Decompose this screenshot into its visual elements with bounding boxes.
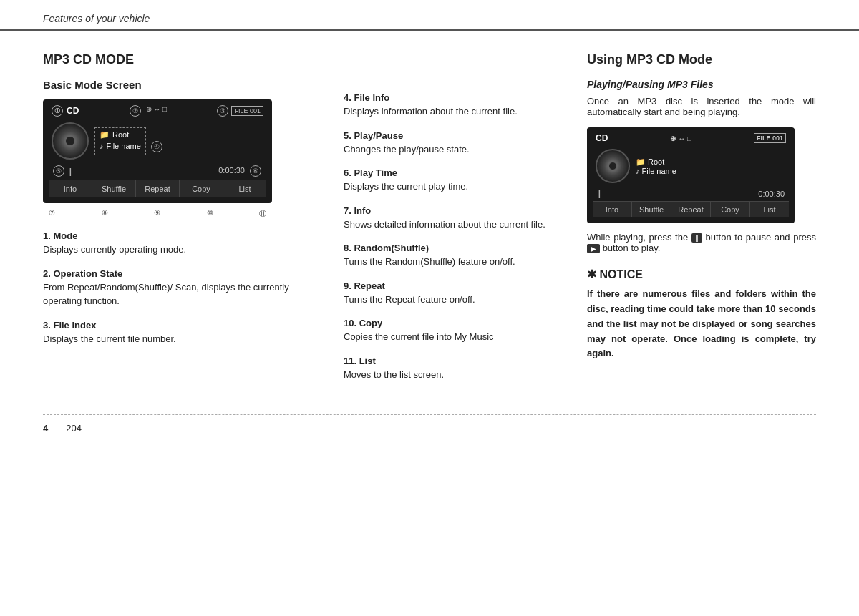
notice-heading: ✱ NOTICE — [587, 268, 816, 281]
time-display: 0:00:30 ⑥ — [218, 165, 262, 177]
desc-9-text: Turns the Repeat feature on/off. — [344, 293, 573, 307]
folder-icon: 📁 — [100, 130, 110, 140]
desc-2-text: From Repeat/Random(Shuffle)/ Scan, displ… — [43, 280, 329, 308]
right-mode-label: CD — [596, 133, 608, 143]
right-pause-icon: ‖ — [597, 189, 601, 198]
desc-4-text: Displays information about the current f… — [344, 104, 573, 119]
list-btn[interactable]: List — [223, 180, 266, 197]
player-top-left: ① CD — [52, 105, 79, 117]
player-time-bar: ⑤ ‖ 0:00:30 ⑥ — [49, 162, 266, 180]
desc-item-5: 5. Play/Pause Changes the play/pause sta… — [344, 130, 573, 157]
note-icon: ♪ — [100, 142, 104, 150]
notice-text: If there are numerous files and folders … — [587, 287, 816, 361]
left-column: MP3 CD MODE Basic Mode Screen ① CD ② ⊕ ↔… — [43, 52, 344, 393]
right-list-btn[interactable]: List — [750, 202, 789, 217]
shuffle-btn[interactable]: Shuffle — [92, 180, 136, 197]
filename-label: File name — [107, 142, 141, 150]
playing-text-3: button to play. — [603, 243, 661, 253]
right-shuffle-btn[interactable]: Shuffle — [632, 202, 671, 217]
time-label: 0:00:30 — [218, 166, 245, 175]
right-folder-row: 📁 Root — [636, 157, 676, 167]
desc-item-1: 1. Mode Displays currently operating mod… — [43, 230, 329, 257]
play-inline-btn: ▶ — [587, 244, 600, 253]
sub-heading: Basic Mode Screen — [43, 79, 329, 91]
copy-btn[interactable]: Copy — [180, 180, 223, 197]
right-column: Using MP3 CD Mode Playing/Pausing MP3 Fi… — [587, 52, 816, 393]
desc-item-7: 7. Info Shows detailed information about… — [344, 205, 573, 232]
desc-9-title: 9. Repeat — [344, 280, 573, 291]
right-copy-btn[interactable]: Copy — [711, 202, 750, 217]
desc-8-text: Turns the Random(Shuffle) feature on/off… — [344, 255, 573, 269]
right-player-icons: ⊕ ↔ □ — [670, 135, 691, 142]
page-footer: 4 204 — [43, 414, 816, 434]
page-divider — [57, 422, 57, 434]
right-note-icon: ♪ — [636, 167, 640, 175]
right-root-label: Root — [648, 157, 664, 166]
dotted-box: 📁 Root ♪ File name — [94, 127, 146, 155]
playing-text-2: button to pause and press — [705, 232, 816, 243]
label-7: ⑦ — [49, 209, 55, 219]
intro-text: Once an MP3 disc is inserted the mode wi… — [587, 96, 816, 117]
label-11: ⑪ — [259, 209, 266, 219]
circle-3: ③ — [217, 105, 228, 117]
desc-item-9: 9. Repeat Turns the Repeat feature on/of… — [344, 280, 573, 307]
middle-column: 4. File Info Displays information about … — [344, 52, 587, 393]
desc-item-8: 8. Random(Shuffle) Turns the Random(Shuf… — [344, 243, 573, 269]
right-file-info: 📁 Root ♪ File name — [636, 157, 676, 175]
right-heading: Using MP3 CD Mode — [587, 52, 816, 67]
desc-4-title: 4. File Info — [344, 92, 573, 103]
desc-8-title: 8. Random(Shuffle) — [344, 243, 573, 253]
page-header: Features of your vehicle — [0, 0, 859, 31]
right-info-btn[interactable]: Info — [593, 202, 632, 217]
label-8: ⑧ — [102, 209, 108, 219]
right-cd-disc — [596, 149, 630, 183]
desc-10-title: 10. Copy — [344, 318, 573, 328]
desc-item-2: 2. Operation State From Repeat/Random(Sh… — [43, 268, 329, 308]
desc-7-title: 7. Info — [344, 205, 573, 216]
desc-item-4: 4. File Info Displays information about … — [344, 92, 573, 119]
player-button-labels: ⑦ ⑧ ⑨ ⑩ ⑪ — [43, 209, 272, 219]
right-player-top: CD ⊕ ↔ □ FILE 001 — [593, 133, 789, 143]
right-player-screen: CD ⊕ ↔ □ FILE 001 📁 Root ♪ File name — [587, 127, 795, 223]
file-index: ③ FILE 001 — [217, 105, 263, 117]
right-repeat-btn[interactable]: Repeat — [671, 202, 711, 217]
circle-6: ⑥ — [250, 165, 261, 177]
main-content: MP3 CD MODE Basic Mode Screen ① CD ② ⊕ ↔… — [0, 31, 859, 407]
file-row: ♪ File name — [100, 142, 141, 150]
repeat-btn[interactable]: Repeat — [136, 180, 180, 197]
desc-1-title: 1. Mode — [43, 230, 329, 241]
player-screen: ① CD ② ⊕ ↔ □ ③ FILE 001 📁 — [43, 99, 272, 203]
pause-icon: ‖ — [68, 167, 72, 176]
main-heading: MP3 CD MODE — [43, 52, 329, 67]
desc-1-text: Displays currently operating mode. — [43, 243, 329, 257]
right-player-time: ‖ 0:00:30 — [593, 186, 789, 201]
player-top-right: ② ⊕ ↔ □ — [130, 105, 168, 117]
root-label: Root — [112, 130, 129, 139]
desc-3-title: 3. File Index — [43, 320, 329, 331]
desc-2-title: 2. Operation State — [43, 268, 329, 279]
circle-4: ④ — [151, 141, 162, 152]
op-icons: ⊕ ↔ □ — [146, 105, 168, 117]
info-btn[interactable]: Info — [49, 180, 92, 197]
right-player-middle: 📁 Root ♪ File name — [593, 146, 789, 186]
file-info: 📁 Root ♪ File name ④ — [94, 127, 162, 155]
desc-item-11: 11. List Moves to the list screen. — [344, 356, 573, 382]
circle-1: ① — [52, 105, 63, 117]
label-9: ⑨ — [154, 209, 160, 219]
desc-6-title: 6. Play Time — [344, 167, 573, 178]
desc-11-title: 11. List — [344, 356, 573, 366]
desc-6-text: Displays the current play time. — [344, 180, 573, 194]
page-label: 204 — [66, 423, 82, 434]
playing-text: While playing, press the ‖ button to pau… — [587, 232, 816, 253]
right-folder-icon: 📁 — [636, 157, 646, 166]
play-pause-btn: ⑤ ‖ — [53, 165, 72, 177]
circle-5: ⑤ — [53, 165, 64, 177]
desc-5-title: 5. Play/Pause — [344, 130, 573, 141]
desc-item-3: 3. File Index Displays the current file … — [43, 320, 329, 346]
right-player-controls: Info Shuffle Repeat Copy List — [593, 201, 789, 217]
right-op-icons: ⊕ ↔ □ — [670, 135, 691, 142]
header-title: Features of your vehicle — [43, 13, 150, 24]
right-filename-label: File name — [642, 167, 676, 175]
notice-box: ✱ NOTICE If there are numerous files and… — [587, 268, 816, 361]
page-number: 4 — [43, 423, 48, 434]
